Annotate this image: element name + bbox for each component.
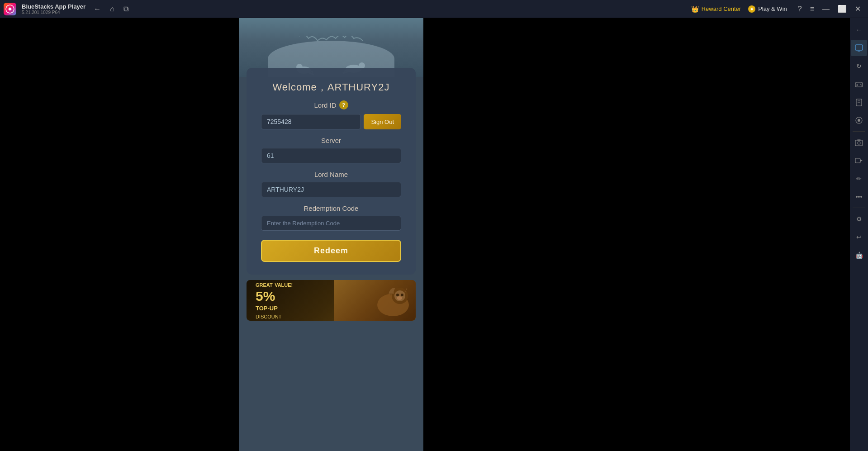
sidebar-arrow-back-icon[interactable]: ↩: [851, 229, 867, 245]
right-panel: [423, 18, 850, 451]
sidebar-gamepad-icon[interactable]: [851, 76, 867, 92]
server-label: Server: [261, 137, 401, 144]
server-value: 61: [261, 148, 401, 163]
svg-rect-17: [855, 82, 863, 87]
banner-text-block: GREAT VALUE! 5% TOP-UP DISCOUNT: [247, 280, 302, 321]
main-area: Welcome，ARTHURY2J Lord ID ? Sign Out Ser…: [0, 18, 868, 451]
maximize-button[interactable]: ⬜: [834, 3, 850, 15]
window-controls: ? ≡ — ⬜ ✕: [794, 3, 864, 15]
app-name-block: BlueStacks App Player 5.21.201.1029 P64: [22, 3, 85, 15]
svg-point-28: [858, 142, 860, 144]
app-logo: [4, 3, 16, 15]
sidebar-settings-icon[interactable]: ⚙: [851, 211, 867, 227]
sidebar-macro-icon[interactable]: [851, 112, 867, 128]
close-button[interactable]: ✕: [851, 3, 864, 15]
left-panel: [0, 18, 239, 451]
home-button[interactable]: ⌂: [107, 3, 117, 15]
svg-marker-31: [860, 160, 863, 161]
coin-icon: ●: [748, 5, 755, 13]
lord-name-value: ARTHURY2J: [261, 182, 401, 197]
right-sidebar: ← ↻ ✏ ••• ⚙ ↩ 🤖: [850, 18, 868, 451]
sidebar-android-icon[interactable]: 🤖: [851, 247, 867, 263]
game-panel: Welcome，ARTHURY2J Lord ID ? Sign Out Ser…: [239, 18, 423, 451]
play-and-win-button[interactable]: ● Play & Win: [748, 5, 787, 13]
banner-discount: DISCOUNT: [256, 314, 281, 319]
back-button[interactable]: ←: [91, 3, 104, 15]
sidebar-divider: [853, 131, 865, 132]
sidebar-back-icon[interactable]: ←: [851, 22, 867, 38]
redemption-code-input[interactable]: [261, 216, 401, 231]
svg-point-14: [401, 294, 403, 296]
lord-id-label: Lord ID: [314, 101, 336, 109]
svg-rect-15: [855, 45, 863, 50]
promotional-banner[interactable]: GREAT VALUE! 5% TOP-UP DISCOUNT: [247, 280, 416, 321]
svg-point-26: [858, 119, 860, 122]
sidebar-more-icon[interactable]: •••: [851, 189, 867, 205]
svg-point-20: [860, 84, 861, 85]
titlebar-right: 👑 Reward Center ● Play & Win ? ≡ — ⬜ ✕: [691, 3, 864, 15]
sidebar-screenshot-icon[interactable]: [851, 134, 867, 151]
svg-point-12: [397, 296, 402, 300]
svg-rect-27: [855, 140, 863, 146]
sidebar-edit-icon[interactable]: ✏: [851, 171, 867, 187]
sidebar-rotate-icon[interactable]: ↻: [851, 58, 867, 74]
help-button[interactable]: ?: [794, 3, 806, 15]
minimize-button[interactable]: —: [819, 3, 833, 15]
multi-instance-button[interactable]: ⧉: [121, 3, 131, 15]
titlebar-nav: ← ⌂ ⧉: [91, 3, 131, 15]
lord-id-row: Lord ID ?: [261, 100, 401, 109]
redemption-form-card: Welcome，ARTHURY2J Lord ID ? Sign Out Ser…: [247, 68, 416, 275]
lord-id-input-row: Sign Out: [261, 114, 401, 129]
reward-center-label: Reward Center: [702, 5, 741, 12]
menu-button[interactable]: ≡: [806, 3, 818, 15]
reward-center-button[interactable]: 👑 Reward Center: [691, 5, 741, 13]
sidebar-apk-icon[interactable]: [851, 94, 867, 110]
lord-name-label: Lord Name: [261, 171, 401, 178]
sign-out-button[interactable]: Sign Out: [364, 114, 401, 129]
lord-id-help-icon[interactable]: ?: [339, 100, 348, 109]
sidebar-video-icon[interactable]: [851, 152, 867, 169]
welcome-title: Welcome，ARTHURY2J: [261, 81, 401, 94]
svg-point-13: [396, 294, 399, 296]
play-win-label: Play & Win: [758, 5, 787, 12]
banner-lion-image: [334, 280, 416, 321]
sidebar-divider-2: [853, 208, 865, 208]
redeem-button[interactable]: Redeem: [261, 240, 401, 262]
banner-topup: TOP-UP: [256, 305, 278, 312]
crown-icon: 👑: [691, 5, 699, 13]
banner-great: GREAT VALUE!: [256, 280, 293, 289]
titlebar-left: BlueStacks App Player 5.21.201.1029 P64 …: [4, 3, 131, 15]
banner-percent: 5%: [256, 289, 275, 304]
svg-point-21: [861, 85, 862, 85]
app-version: 5.21.201.1029 P64: [22, 10, 85, 15]
sidebar-screen-icon[interactable]: [851, 40, 867, 56]
svg-rect-30: [855, 158, 860, 163]
lord-id-input[interactable]: [261, 114, 361, 129]
redemption-code-label: Redemption Code: [261, 204, 401, 212]
titlebar: BlueStacks App Player 5.21.201.1029 P64 …: [0, 0, 868, 18]
app-name-main: BlueStacks App Player: [22, 3, 85, 10]
